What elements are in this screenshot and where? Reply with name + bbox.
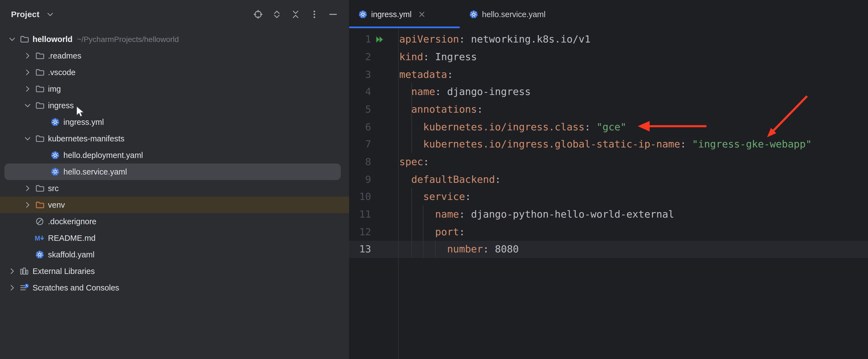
code-line-12[interactable]: 12 port:	[349, 223, 868, 241]
gutter-slot	[371, 170, 398, 188]
gutter-slot	[371, 136, 398, 153]
tree-item-readme-md[interactable]: MREADME.md	[0, 230, 349, 246]
project-panel-toolbar	[253, 9, 338, 19]
tree-item-kubernetes-manifests[interactable]: kubernetes-manifests	[0, 130, 349, 147]
tree-item--vscode[interactable]: .vscode	[0, 64, 349, 81]
line-number: 13	[349, 241, 371, 258]
code-line-1[interactable]: 1apiVersion: networking.k8s.io/v1	[349, 30, 868, 48]
scratches-icon	[19, 283, 29, 292]
project-tree: helloworld~/PycharmProjects/helloworld.r…	[0, 31, 349, 296]
code-line-13[interactable]: 13 number: 8080	[349, 241, 868, 258]
gutter-slot	[371, 241, 398, 258]
expand-all-icon	[272, 9, 282, 19]
tree-item--dockerignore[interactable]: .dockerignore	[0, 213, 349, 230]
code-line-8[interactable]: 8spec:	[349, 153, 868, 170]
chevron-right-icon[interactable]	[23, 200, 32, 209]
run-icon[interactable]	[371, 30, 398, 48]
tree-item-label: .vscode	[48, 68, 75, 77]
code-text: name: django-python-hello-world-external	[399, 205, 674, 223]
tree-item-ingress[interactable]: ingress	[0, 97, 349, 114]
editor-tabbar: ingress.ymlhello.service.yaml	[349, 0, 868, 28]
expand-all-button[interactable]	[272, 9, 282, 19]
tree-item-label: ingress	[48, 101, 74, 110]
tree-item-src[interactable]: src	[0, 180, 349, 197]
chevron-right-icon[interactable]	[23, 51, 32, 60]
code-text: annotations:	[399, 101, 483, 118]
line-number: 12	[349, 223, 371, 241]
editor-tab-ingress-yml[interactable]: ingress.yml	[349, 0, 460, 28]
code-text: name: django-ingress	[399, 83, 531, 101]
hide-panel-button[interactable]	[328, 9, 338, 19]
chevron-placeholder	[39, 167, 48, 176]
close-icon[interactable]	[419, 11, 426, 18]
tree-item-hello-deployment-yaml[interactable]: hello.deployment.yaml	[0, 147, 349, 164]
chevron-down-icon[interactable]	[23, 101, 32, 110]
code-text: number: 8080	[399, 241, 519, 258]
locate-button[interactable]	[253, 9, 263, 19]
gutter-slot	[371, 118, 398, 135]
ignore-icon	[35, 217, 45, 226]
tree-item-venv[interactable]: venv	[0, 197, 349, 213]
chevron-down-icon[interactable]	[45, 10, 54, 19]
code-line-4[interactable]: 4 name: django-ingress	[349, 83, 868, 101]
project-panel: Project helloworld~/PycharmProjects/hell…	[0, 0, 349, 359]
code-text: metadata:	[399, 65, 453, 83]
code-text: kubernetes.io/ingress.global-static-ip-n…	[399, 136, 812, 153]
code-line-11[interactable]: 11 name: django-python-hello-world-exter…	[349, 205, 868, 223]
tree-item-helloworld[interactable]: helloworld~/PycharmProjects/helloworld	[0, 31, 349, 48]
tree-item-ingress-yml[interactable]: ingress.yml	[0, 114, 349, 130]
code-line-7[interactable]: 7 kubernetes.io/ingress.global-static-ip…	[349, 136, 868, 153]
collapse-all-icon	[290, 9, 301, 19]
line-number: 10	[349, 188, 371, 205]
code-text: spec:	[399, 153, 429, 170]
k8s-icon	[35, 250, 45, 259]
tree-item-label: venv	[48, 200, 65, 209]
chevron-right-icon[interactable]	[23, 84, 32, 93]
collapse-all-button[interactable]	[290, 9, 301, 19]
chevron-right-icon[interactable]	[8, 283, 17, 292]
tree-item--readmes[interactable]: .readmes	[0, 48, 349, 64]
project-panel-title[interactable]: Project	[11, 9, 39, 19]
code-line-2[interactable]: 2kind: Ingress	[349, 48, 868, 65]
chevron-placeholder	[39, 151, 48, 160]
chevron-down-icon[interactable]	[8, 35, 17, 44]
code-line-9[interactable]: 9 defaultBackend:	[349, 170, 868, 188]
code-line-3[interactable]: 3metadata:	[349, 65, 868, 83]
code-area[interactable]: 1apiVersion: networking.k8s.io/v12kind: …	[349, 28, 868, 359]
tree-item-label: Scratches and Consoles	[33, 283, 119, 292]
code-line-10[interactable]: 10 service:	[349, 188, 868, 205]
chevron-placeholder	[39, 118, 48, 127]
line-number: 6	[349, 118, 371, 135]
code-text: port:	[399, 223, 465, 241]
hide-panel-icon	[328, 9, 338, 19]
markdown-icon: M	[35, 233, 45, 243]
code-text: service:	[399, 188, 471, 205]
more-options-button[interactable]	[309, 9, 319, 19]
gutter-slot	[371, 223, 398, 241]
chevron-right-icon[interactable]	[23, 68, 32, 77]
tree-item-external-libraries[interactable]: External Libraries	[0, 263, 349, 279]
tree-item-label: src	[48, 184, 59, 193]
tree-item-label: skaffold.yaml	[48, 250, 95, 259]
code-line-5[interactable]: 5 annotations:	[349, 101, 868, 118]
folder-icon	[19, 35, 29, 44]
k8s-icon	[50, 118, 60, 127]
tree-item-scratches-and-consoles[interactable]: Scratches and Consoles	[0, 279, 349, 296]
line-number: 1	[349, 30, 371, 48]
code-line-6[interactable]: 6 kubernetes.io/ingress.class: "gce"	[349, 118, 868, 135]
chevron-right-icon[interactable]	[8, 267, 17, 276]
editor-tab-hello-service-yaml[interactable]: hello.service.yaml	[460, 0, 555, 28]
project-panel-header: Project	[0, 0, 349, 28]
code-lines: 1apiVersion: networking.k8s.io/v12kind: …	[349, 30, 868, 258]
tree-item-hello-service-yaml[interactable]: hello.service.yaml	[4, 164, 341, 180]
tree-item-label: README.md	[48, 233, 95, 243]
folder-icon	[35, 84, 45, 93]
tree-item-img[interactable]: img	[0, 81, 349, 97]
ide-window: Project helloworld~/PycharmProjects/hell…	[0, 0, 868, 359]
gutter-slot	[371, 153, 398, 170]
chevron-right-icon[interactable]	[23, 184, 32, 193]
folder-icon	[35, 101, 45, 110]
folder-icon	[35, 184, 45, 193]
tree-item-skaffold-yaml[interactable]: skaffold.yaml	[0, 246, 349, 263]
chevron-down-icon[interactable]	[23, 134, 32, 143]
